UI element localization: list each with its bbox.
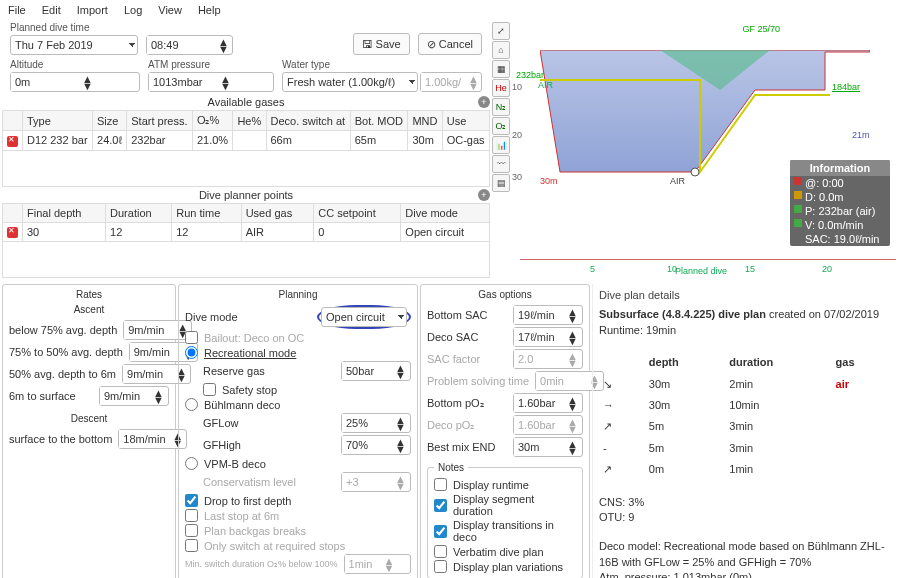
date-select[interactable]: Thu 7 Feb 2019 (10, 35, 138, 55)
gfhigh-input[interactable]: ▲▼ (341, 435, 411, 455)
vpm-radio[interactable] (185, 457, 198, 470)
menubar: File Edit Import Log View Help (0, 0, 900, 20)
gas-row[interactable]: D12 232 bar24.0ℓ232bar 21.0%66m 65m30mOC… (3, 131, 490, 151)
tool-grid[interactable]: ▦ (492, 60, 510, 78)
rate5[interactable]: ▲▼ (118, 429, 187, 449)
n1-check[interactable] (434, 478, 447, 491)
dive-mode-select[interactable]: Open circuit (321, 307, 407, 327)
n5-check[interactable] (434, 560, 447, 573)
gases-table: TypeSizeStart press. O₂%He%Deco. switch … (2, 110, 490, 151)
planned-dive-label: Planned dive time (10, 22, 138, 33)
altitude-input[interactable]: ▲▼ (10, 72, 140, 92)
gases-title: Available gases+ (2, 94, 490, 110)
rates-panel: Rates Ascent below 75% avg. depth▲▼ 75% … (2, 284, 176, 578)
chart-toolstrip: ⤢ ⌂ ▦ He N₂ O₂ 📊 〰 ▤ (490, 20, 512, 280)
menu-import[interactable]: Import (77, 4, 108, 16)
notes-fieldset: Notes Display runtime Display segment du… (427, 462, 583, 578)
n3-check[interactable] (434, 525, 447, 538)
menu-help[interactable]: Help (198, 4, 221, 16)
atm-input[interactable]: ▲▼ (148, 72, 274, 92)
water-type-select[interactable]: Fresh water (1.00kg/ℓ) (282, 72, 418, 92)
tool-home[interactable]: ⌂ (492, 41, 510, 59)
drop-check[interactable] (185, 494, 198, 507)
bpo2-input[interactable]: ▲▼ (513, 393, 583, 413)
water-density: ▲▼ (420, 72, 482, 92)
menu-file[interactable]: File (8, 4, 26, 16)
tool-stats[interactable]: 📊 (492, 136, 510, 154)
water-label: Water type (282, 59, 482, 70)
altitude-label: Altitude (10, 59, 140, 70)
time-input[interactable]: ▲▼ (146, 35, 233, 55)
tool-he[interactable]: He (492, 79, 510, 97)
tool-layers[interactable]: ▤ (492, 174, 510, 192)
details-title: Dive plan details (599, 288, 892, 303)
air-label: AIR (538, 80, 553, 90)
dive-chart: GF 25/70 232bar AIR 184bar 21m 10 20 30 … (512, 20, 900, 280)
botsac-input[interactable]: ▲▼ (513, 305, 583, 325)
n4-check[interactable] (434, 545, 447, 558)
gf-label: GF 25/70 (742, 24, 780, 34)
bar232-label: 232bar (516, 70, 544, 80)
point-row[interactable]: 301212 AIR0Open circuit (3, 222, 490, 242)
menu-log[interactable]: Log (124, 4, 142, 16)
bmix-input[interactable]: ▲▼ (513, 437, 583, 457)
x-axis-label: Planned dive (675, 266, 727, 276)
tool-o2[interactable]: O₂ (492, 117, 510, 135)
rec-radio[interactable] (185, 346, 198, 359)
m21-label: 21m (852, 130, 870, 140)
trash-icon[interactable] (7, 227, 18, 238)
gasopts-panel: Gas options Bottom SAC▲▼ Deco SAC▲▼ SAC … (420, 284, 590, 578)
cancel-button[interactable]: ⊘ Cancel (418, 33, 482, 55)
svg-point-2 (691, 168, 699, 176)
n2-check[interactable] (434, 499, 447, 512)
rate4[interactable]: ▲▼ (99, 386, 169, 406)
atm-label: ATM pressure (148, 59, 274, 70)
tool-wave[interactable]: 〰 (492, 155, 510, 173)
planning-panel: Planning Dive modeOpen circuit Bailout: … (178, 284, 418, 578)
air-bottom-label: AIR (670, 176, 685, 186)
points-title: Dive planner points+ (2, 187, 490, 203)
save-button[interactable]: 🖫 Save (353, 33, 410, 55)
decosac-input[interactable]: ▲▼ (513, 327, 583, 347)
m30-label: 30m (540, 176, 558, 186)
buhl-radio[interactable] (185, 398, 198, 411)
tool-n2[interactable]: N₂ (492, 98, 510, 116)
safety-check[interactable] (203, 383, 216, 396)
add-gas-icon[interactable]: + (478, 96, 490, 108)
tool-zoom[interactable]: ⤢ (492, 22, 510, 40)
details-panel: Dive plan details Subsurface (4.8.4.225)… (592, 284, 898, 578)
bailout-check (185, 331, 198, 344)
reserve-input[interactable]: ▲▼ (341, 361, 411, 381)
menu-edit[interactable]: Edit (42, 4, 61, 16)
info-tooltip: Information @: 0:00 D: 0.0m P: 232bar (a… (790, 160, 890, 246)
menu-view[interactable]: View (158, 4, 182, 16)
gflow-input[interactable]: ▲▼ (341, 413, 411, 433)
bar184-label: 184bar (832, 82, 860, 92)
points-table: Final depthDurationRun time Used gasCC s… (2, 203, 490, 243)
add-point-icon[interactable]: + (478, 189, 490, 201)
trash-icon[interactable] (7, 136, 18, 147)
